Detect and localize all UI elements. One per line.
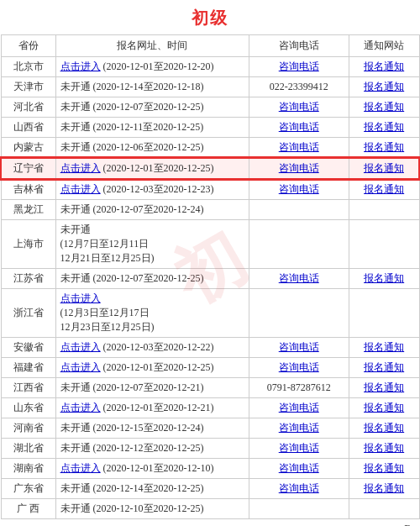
phone-link[interactable]: 咨询电话 bbox=[279, 482, 319, 494]
notify-link[interactable]: 报名通知 bbox=[364, 442, 404, 454]
signup-cell: 未开通 (2020-12-07至2020-12-25) bbox=[55, 97, 249, 118]
province-cell: 黑龙江 bbox=[1, 200, 55, 220]
phone-cell: 咨询电话 bbox=[249, 338, 349, 358]
table-row: 湖南省点击进入 (2020-12-01至2020-12-10)咨询电话报名通知 bbox=[1, 459, 419, 479]
signup-link[interactable]: 未开通 bbox=[60, 203, 91, 215]
signup-link[interactable]: 点击进入 bbox=[60, 341, 101, 353]
notify-link[interactable]: 报名通知 bbox=[364, 272, 404, 284]
col-signup: 报名网址、时间 bbox=[55, 35, 249, 57]
notify-link[interactable]: 报名通知 bbox=[364, 462, 404, 474]
notify-cell: 报名通知 bbox=[349, 138, 419, 159]
signup-link[interactable]: 未开通 bbox=[60, 81, 91, 92]
phone-cell: 咨询电话 bbox=[249, 118, 349, 138]
phone-cell: 咨询电话 bbox=[249, 439, 349, 459]
signup-link[interactable]: 未开通 bbox=[60, 502, 91, 514]
signup-link[interactable]: 点击进入 bbox=[60, 292, 101, 304]
phone-link[interactable]: 咨询电话 bbox=[279, 272, 319, 284]
notify-link[interactable]: 报名通知 bbox=[364, 402, 404, 413]
signup-link[interactable]: 未开通 bbox=[60, 422, 91, 434]
signup-date: (2020-12-01至2020-12-25) bbox=[101, 162, 214, 174]
signup-cell: 点击进入 (2020-12-03至2020-12-23) bbox=[55, 179, 249, 200]
signup-cell: 点击进入 (2020-12-01至2020-12-25) bbox=[55, 158, 249, 179]
signup-link[interactable]: 点击进入 bbox=[60, 162, 101, 174]
notify-cell bbox=[349, 200, 419, 220]
phone-link[interactable]: 咨询电话 bbox=[279, 422, 319, 434]
province-cell: 江苏省 bbox=[1, 269, 55, 289]
phone-link[interactable]: 咨询电话 bbox=[279, 341, 319, 353]
phone-link[interactable]: 咨询电话 bbox=[279, 162, 319, 174]
notify-cell: 报名通知 bbox=[349, 418, 419, 439]
signup-link[interactable]: 未开通 bbox=[60, 141, 91, 153]
signup-date: (2020-12-14至2020-12-18) bbox=[91, 81, 204, 92]
signup-date: (2020-12-11至2020-12-25) bbox=[91, 121, 204, 133]
signup-date: (2020-12-12至2020-12-25) bbox=[91, 442, 204, 454]
notify-cell: 报名通知 bbox=[349, 358, 419, 378]
notify-link[interactable]: 报名通知 bbox=[364, 121, 404, 133]
table-row: 安徽省点击进入 (2020-12-03至2020-12-22)咨询电话报名通知 bbox=[1, 338, 419, 358]
notify-link[interactable]: 报名通知 bbox=[364, 183, 404, 195]
notify-cell: 报名通知 bbox=[349, 378, 419, 398]
notify-link[interactable]: 报名通知 bbox=[364, 361, 404, 373]
signup-date: (2020-12-01至2020-12-21) bbox=[101, 402, 214, 413]
footer: Ea bbox=[0, 519, 420, 526]
notify-link[interactable]: 报名通知 bbox=[364, 141, 404, 153]
notify-cell bbox=[349, 499, 419, 519]
phone-cell bbox=[249, 289, 349, 338]
signup-link[interactable]: 点击进入 bbox=[60, 60, 101, 72]
province-cell: 天津市 bbox=[1, 77, 55, 97]
phone-link[interactable]: 咨询电话 bbox=[279, 462, 319, 474]
province-cell: 河南省 bbox=[1, 418, 55, 439]
main-table: 省份 报名网址、时间 咨询电话 通知网站 北京市点击进入 (2020-12-01… bbox=[0, 34, 420, 519]
signup-link[interactable]: 未开通 bbox=[60, 121, 91, 133]
signup-link[interactable]: 点击进入 bbox=[60, 183, 101, 195]
signup-link[interactable]: 未开通 bbox=[60, 101, 91, 113]
notify-cell bbox=[349, 289, 419, 338]
signup-cell: 未开通 (2020-12-11至2020-12-25) bbox=[55, 118, 249, 138]
signup-link[interactable]: 未开通 bbox=[60, 224, 91, 235]
table-row: 广 西未开通 (2020-12-10至2020-12-25) bbox=[1, 499, 419, 519]
notify-link[interactable]: 报名通知 bbox=[364, 81, 404, 92]
signup-link[interactable]: 未开通 bbox=[60, 442, 91, 454]
signup-link[interactable]: 未开通 bbox=[60, 272, 91, 284]
notify-cell: 报名通知 bbox=[349, 269, 419, 289]
phone-link[interactable]: 咨询电话 bbox=[279, 141, 319, 153]
table-row: 吉林省点击进入 (2020-12-03至2020-12-23)咨询电话报名通知 bbox=[1, 179, 419, 200]
signup-link[interactable]: 未开通 bbox=[60, 482, 91, 494]
phone-link[interactable]: 咨询电话 bbox=[279, 402, 319, 413]
signup-link[interactable]: 点击进入 bbox=[60, 462, 101, 474]
notify-cell: 报名通知 bbox=[349, 459, 419, 479]
phone-link[interactable]: 咨询电话 bbox=[279, 361, 319, 373]
phone-link[interactable]: 咨询电话 bbox=[279, 183, 319, 195]
signup-cell: 未开通(12月7日至12月11日12月21日至12月25日) bbox=[55, 220, 249, 269]
phone-cell bbox=[249, 200, 349, 220]
phone-link[interactable]: 咨询电话 bbox=[279, 60, 319, 72]
signup-link[interactable]: 点击进入 bbox=[60, 361, 101, 373]
phone-cell: 咨询电话 bbox=[249, 179, 349, 200]
notify-cell bbox=[349, 220, 419, 269]
notify-link[interactable]: 报名通知 bbox=[364, 381, 404, 393]
signup-cell: 点击进入(12月3日至12月17日12月23日至12月25日) bbox=[55, 289, 249, 338]
phone-cell bbox=[249, 220, 349, 269]
notify-link[interactable]: 报名通知 bbox=[364, 60, 404, 72]
signup-link[interactable]: 未开通 bbox=[60, 381, 91, 393]
phone-link[interactable]: 咨询电话 bbox=[279, 442, 319, 454]
signup-cell: 点击进入 (2020-12-01至2020-12-21) bbox=[55, 398, 249, 418]
signup-date: (2020-12-07至2020-12-25) bbox=[91, 272, 204, 284]
notify-cell: 报名通知 bbox=[349, 179, 419, 200]
notify-cell: 报名通知 bbox=[349, 77, 419, 97]
notify-link[interactable]: 报名通知 bbox=[364, 162, 404, 174]
phone-link[interactable]: 咨询电话 bbox=[279, 101, 319, 113]
signup-link[interactable]: 点击进入 bbox=[60, 402, 101, 413]
notify-link[interactable]: 报名通知 bbox=[364, 101, 404, 113]
phone-link[interactable]: 咨询电话 bbox=[279, 121, 319, 133]
notify-link[interactable]: 报名通知 bbox=[364, 422, 404, 434]
notify-cell: 报名通知 bbox=[349, 57, 419, 77]
table-row: 上海市未开通(12月7日至12月11日12月21日至12月25日) bbox=[1, 220, 419, 269]
province-cell: 上海市 bbox=[1, 220, 55, 269]
province-cell: 山东省 bbox=[1, 398, 55, 418]
notify-link[interactable]: 报名通知 bbox=[364, 482, 404, 494]
table-row: 山西省未开通 (2020-12-11至2020-12-25)咨询电话报名通知 bbox=[1, 118, 419, 138]
notify-link[interactable]: 报名通知 bbox=[364, 341, 404, 353]
signup-cell: 未开通 (2020-12-06至2020-12-25) bbox=[55, 138, 249, 159]
province-cell: 吉林省 bbox=[1, 179, 55, 200]
